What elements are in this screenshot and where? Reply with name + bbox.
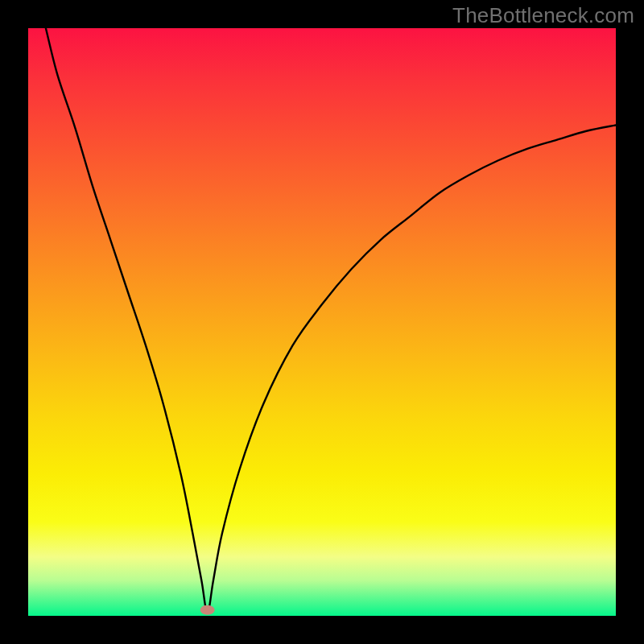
chart-frame: TheBottleneck.com — [0, 0, 644, 644]
min-marker — [200, 605, 215, 615]
plot-area — [28, 28, 616, 616]
curve-layer — [28, 28, 616, 616]
watermark-text: TheBottleneck.com — [452, 3, 634, 28]
curve-path — [46, 28, 616, 613]
